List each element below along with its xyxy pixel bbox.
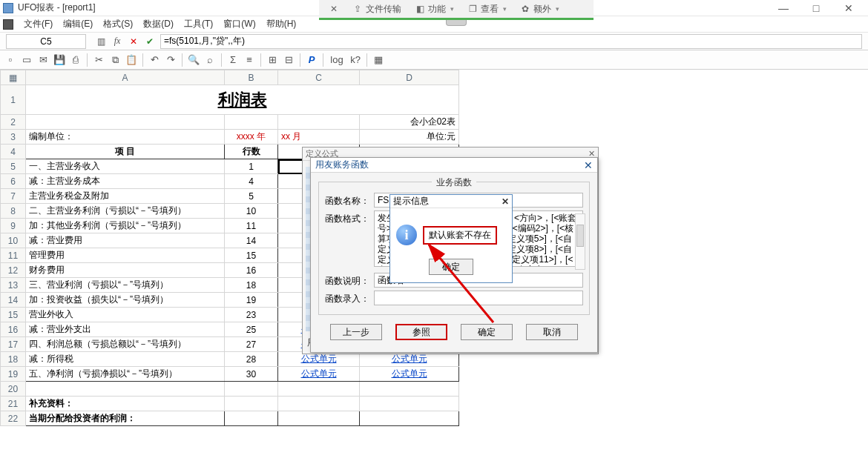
close-icon[interactable]: ✕ [584,159,593,171]
row-header[interactable]: 17 [1,337,26,352]
cell-dividend-label[interactable]: 当期分配给投资者的利润： [26,411,225,426]
close-button[interactable]: ✕ [832,1,865,16]
prev-button[interactable]: 上一步 [330,324,382,340]
dialog-title-bar[interactable]: 用友账务函数 ✕ [311,158,597,173]
overlay-view-button[interactable]: ❐查看 [462,1,512,16]
copy-icon[interactable]: ⧉ [108,53,122,67]
cell[interactable] [26,382,225,397]
cell[interactable] [360,382,459,397]
minimize-button[interactable]: — [767,1,800,16]
help-icon[interactable]: k? [348,53,363,67]
overlay-close-button[interactable]: ✕ [323,1,344,16]
overlay-features-button[interactable]: ◧功能 [410,1,459,16]
cell[interactable] [360,397,459,411]
cell[interactable] [225,397,278,411]
cell-item[interactable]: 营业外收入 [26,308,225,322]
scroll-thumb[interactable] [576,225,584,247]
menu-format[interactable]: 格式(S) [99,16,137,32]
cell-item[interactable]: 加：其他业务利润（亏损以“－”号填列） [26,219,225,233]
cell-item[interactable]: 三、营业利润（亏损以“－”号填列） [26,278,225,293]
cell-line[interactable]: 1 [225,159,278,174]
input-func-entry[interactable] [374,291,583,305]
cell-item[interactable]: 五、净利润（亏损净损以“－”号填列） [26,367,225,382]
sum-icon[interactable]: Σ [226,53,240,67]
row-header[interactable]: 10 [1,233,26,248]
fx-icon[interactable]: fx [111,36,123,47]
overlay-extra-button[interactable]: ✿额外 [515,1,565,16]
header-lineno[interactable]: 行数 [225,145,278,159]
maximize-button[interactable]: □ [800,1,832,16]
row-header[interactable]: 16 [1,322,26,337]
paste-icon[interactable]: 📋 [124,53,139,67]
cell[interactable] [278,382,360,397]
undo-icon[interactable]: ↶ [147,53,162,67]
insert-row-icon[interactable]: ⊞ [265,53,280,67]
cell[interactable] [278,411,360,426]
cell-item[interactable]: 减：所得税 [26,352,225,367]
formula-cell[interactable]: 公式单元 [278,367,360,382]
cell-line[interactable]: 25 [225,322,278,337]
cell-line[interactable]: 14 [225,233,278,248]
message-title-bar[interactable]: 提示信息 ✕ [390,195,512,208]
menu-help[interactable]: 帮助(H) [262,16,301,32]
overlay-drag-handle[interactable] [446,20,467,26]
cell-item[interactable]: 加：投资收益（损失以“－”号填列） [26,293,225,308]
row-header[interactable]: 21 [1,397,26,411]
row-header[interactable]: 2 [1,115,26,130]
row-header[interactable]: 1 [1,85,26,115]
close-icon[interactable]: ✕ [502,196,509,207]
replace-icon[interactable]: ⌕ [203,53,217,67]
cell-line[interactable]: 10 [225,204,278,219]
save-icon[interactable]: 💾 [52,53,67,67]
row-header[interactable]: 22 [1,411,26,426]
cell[interactable] [278,397,360,411]
formula-input[interactable]: =fs(5101,月,"贷",,年) [160,34,862,49]
cell-month[interactable]: xx 月 [278,130,360,145]
menu-data[interactable]: 数据(D) [139,16,178,32]
new-icon[interactable]: ▫ [3,53,18,67]
cell-unit[interactable]: 单位:元 [360,130,459,145]
row-header[interactable]: 15 [1,308,26,322]
col-header-b[interactable]: B [225,70,278,85]
row-header[interactable]: 6 [1,174,26,189]
row-header[interactable]: 12 [1,263,26,278]
menu-window[interactable]: 窗口(W) [219,16,260,32]
reference-button[interactable]: 参照 [395,324,447,340]
cell-line[interactable]: 19 [225,293,278,308]
cell-year[interactable]: xxxx 年 [225,130,278,145]
cell-item[interactable]: 减：营业费用 [26,233,225,248]
cell-company-label[interactable]: 编制单位： [26,130,225,145]
p-icon[interactable]: P [304,53,319,67]
cell-item[interactable]: 减：营业外支出 [26,322,225,337]
row-header[interactable]: 4 [1,145,26,159]
row-header[interactable]: 3 [1,130,26,145]
cell[interactable] [225,115,278,130]
cell[interactable] [278,115,360,130]
cell[interactable] [225,382,278,397]
open-icon[interactable]: ▭ [19,53,34,67]
corner-cell[interactable]: ▦ [1,70,26,85]
cell[interactable] [26,115,225,130]
print-icon[interactable]: ⎙ [68,53,83,67]
row-header[interactable]: 20 [1,382,26,397]
cell-item[interactable]: 二、主营业务利润（亏损以“－”号填列） [26,204,225,219]
cell-item[interactable]: 一、主营业务收入 [26,159,225,174]
redo-icon[interactable]: ↷ [163,53,178,67]
list-icon[interactable]: ≡ [242,53,257,67]
cell-line[interactable]: 16 [225,263,278,278]
row-header[interactable]: 5 [1,159,26,174]
confirm-formula-icon[interactable]: ✔ [144,36,156,47]
cell-line[interactable]: 5 [225,189,278,204]
cut-icon[interactable]: ✂ [91,53,106,67]
row-header[interactable]: 14 [1,293,26,308]
cell-line[interactable]: 28 [225,352,278,367]
cell-item[interactable]: 主营业务税金及附加 [26,189,225,204]
cell-item[interactable]: 减：主营业务成本 [26,174,225,189]
sheet-title[interactable]: 利润表 [26,85,459,115]
cell-item[interactable]: 财务费用 [26,263,225,278]
menu-file[interactable]: 文件(F) [19,16,57,32]
overlay-file-transfer-button[interactable]: ⇪文件传输 [347,1,407,16]
cell-line[interactable]: 11 [225,219,278,233]
log-icon[interactable]: log [327,53,346,67]
cell-form-code[interactable]: 会小企02表 [360,115,459,130]
